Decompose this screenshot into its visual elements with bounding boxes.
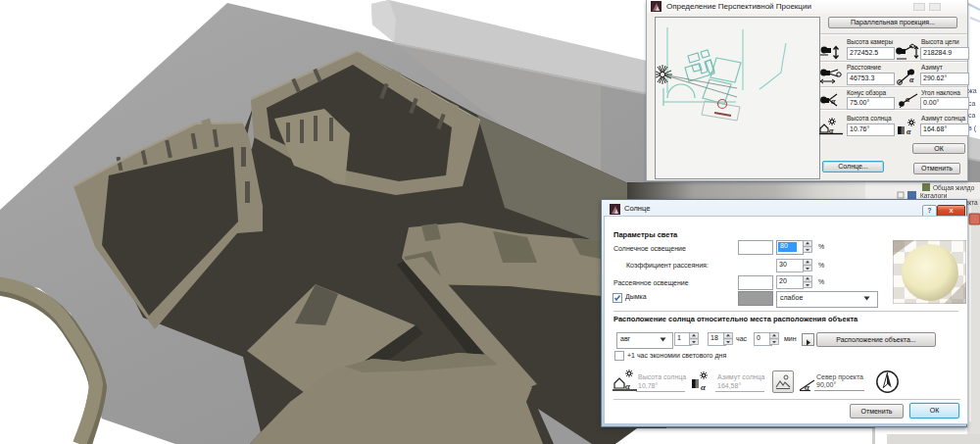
svg-text:α: α (829, 126, 834, 135)
svg-text:са: са (968, 100, 976, 107)
svg-text:α: α (831, 97, 836, 106)
svg-text:жа: жа (968, 87, 977, 94)
svg-text:α: α (701, 382, 707, 392)
svg-text:Общая жилдо: Общая жилдо (933, 184, 975, 192)
svg-text:са: са (968, 112, 976, 119)
svg-text:α: α (906, 127, 911, 136)
svg-text:Каталоги: Каталоги (920, 192, 948, 199)
svg-text:α: α (909, 75, 914, 84)
svg-text:в (: в ( (968, 124, 977, 132)
svg-text:α: α (906, 95, 910, 104)
